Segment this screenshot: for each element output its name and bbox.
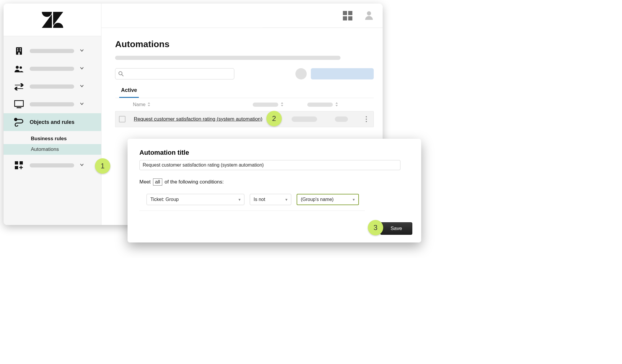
svg-point-6 [16,66,19,69]
svg-point-14 [367,11,371,15]
description-placeholder [115,56,341,60]
sidebar-subgroup: Business rules Automations [4,131,101,157]
sort-icon[interactable] [147,102,150,107]
toolbar-circle-placeholder [295,68,307,79]
monitor-icon [14,99,24,110]
chevron-down-icon: ▾ [238,197,241,202]
chevron-down-icon [79,66,84,72]
svg-rect-5 [18,52,20,55]
chevron-down-icon [79,84,84,90]
conditions-mode-select[interactable]: all [153,178,162,186]
arrows-icon [14,81,24,92]
workflow-icon [14,117,24,127]
sort-icon[interactable] [281,102,284,107]
apps-add-icon [14,160,24,171]
sidebar-nav: Objects and rules Business rules Automat… [4,36,101,174]
svg-rect-3 [17,50,18,52]
sidebar-item-objects-rules[interactable]: Objects and rules [4,113,101,131]
topbar [101,4,383,28]
conditions-heading: Meet all of the following conditions: [139,178,409,186]
condition-field-select[interactable]: Ticket: Group ▾ [147,194,244,205]
annotation-badge-3: 3 [368,220,383,235]
svg-rect-4 [20,50,21,52]
sidebar-item-account[interactable] [4,42,101,60]
automation-link[interactable]: Request customer satisfaction rating (sy… [134,116,263,122]
chevron-down-icon [79,48,84,54]
svg-rect-11 [15,161,18,165]
zendesk-logo-icon [42,12,63,28]
svg-rect-1 [17,48,18,50]
svg-point-10 [15,118,17,121]
tabs: Active [115,85,374,98]
toolbar [115,68,374,79]
svg-line-16 [122,74,123,76]
chevron-down-icon [79,162,84,168]
table-header: Name [115,98,374,111]
automation-title-input[interactable]: Request customer satisfaction rating (sy… [139,160,400,170]
chevron-down-icon: ▾ [285,197,287,202]
table-row[interactable]: Request customer satisfaction rating (sy… [115,111,374,127]
condition-value-select[interactable]: (Group's name) ▾ [297,194,359,205]
tab-active[interactable]: Active [119,85,139,98]
row-checkbox[interactable] [119,116,125,122]
search-input[interactable] [115,68,234,79]
logo [4,4,101,36]
page-title: Automations [115,39,374,49]
avatar-icon[interactable] [364,10,374,21]
chevron-down-icon: ▾ [353,197,355,202]
apps-grid-icon[interactable] [343,11,352,20]
sidebar: Objects and rules Business rules Automat… [4,4,101,225]
annotation-badge-2: 2 [266,111,282,126]
svg-rect-8 [15,100,23,106]
search-icon [118,71,124,76]
svg-rect-9 [17,107,21,108]
sidebar-subgroup-heading: Business rules [4,133,101,144]
sidebar-item-channels[interactable] [4,78,101,95]
panel-title-label: Automation title [139,149,409,157]
toolbar-button-placeholder[interactable] [311,68,374,79]
sidebar-item-automations[interactable]: Automations [4,144,101,155]
save-button[interactable]: Save [380,222,412,235]
svg-point-7 [20,66,22,69]
annotation-badge-1: 1 [95,158,110,174]
sidebar-item-people[interactable] [4,60,101,78]
sidebar-item-apps[interactable] [4,157,101,174]
condition-row: Ticket: Group ▾ Is not ▾ (Group's name) … [139,194,365,211]
sort-icon[interactable] [335,102,338,107]
chevron-down-icon [79,101,84,107]
svg-rect-12 [20,161,23,165]
sidebar-item-workspaces[interactable] [4,95,101,113]
svg-rect-13 [15,166,18,169]
svg-point-15 [119,72,122,75]
condition-operator-select[interactable]: Is not ▾ [250,194,291,205]
building-icon [14,46,24,56]
col-name-label[interactable]: Name [133,102,146,107]
sidebar-item-label: Objects and rules [30,119,96,125]
svg-rect-2 [20,48,21,50]
people-icon [14,63,24,74]
row-menu-button[interactable] [366,116,367,122]
